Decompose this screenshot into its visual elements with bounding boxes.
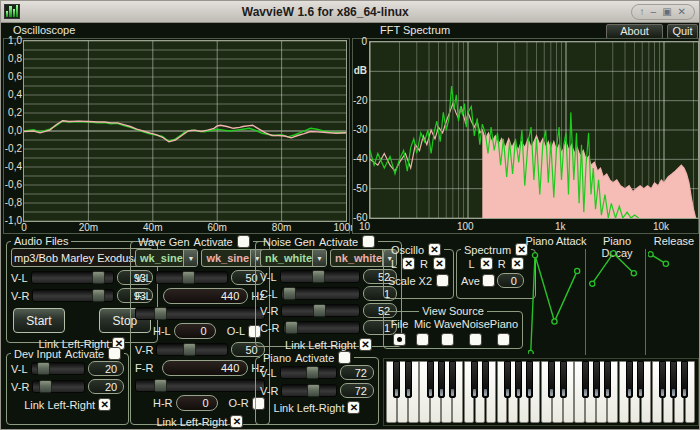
- wave-vr-slider[interactable]: [156, 343, 227, 356]
- vl-label: V-L: [260, 271, 277, 283]
- activate-label: Activate: [194, 236, 233, 248]
- axis-tick: 100: [457, 221, 481, 232]
- about-button[interactable]: About: [606, 24, 663, 39]
- piano-vl-slider[interactable]: [280, 366, 337, 379]
- start-button[interactable]: Start: [13, 308, 65, 333]
- quit-button[interactable]: Quit: [667, 24, 698, 39]
- source-piano-radio[interactable]: [497, 333, 510, 346]
- spectrum-r-checkbox[interactable]: [511, 257, 524, 270]
- piano-key-black[interactable]: [582, 361, 589, 398]
- source-file-radio[interactable]: [393, 333, 406, 346]
- shade-icon[interactable]: ↑: [640, 7, 645, 17]
- piano-key-black[interactable]: [526, 361, 533, 398]
- piano-key-black[interactable]: [637, 361, 644, 398]
- piano-key-black[interactable]: [626, 361, 633, 398]
- piano-link-checkbox[interactable]: [347, 401, 360, 414]
- ave-checkbox[interactable]: [482, 274, 495, 287]
- piano-key-black[interactable]: [504, 361, 511, 398]
- fr-label: F-R: [135, 362, 153, 374]
- noise-type-left-value: nk_white: [261, 250, 312, 266]
- ave-value[interactable]: 0: [497, 273, 524, 288]
- maximize-icon[interactable]: ▣: [662, 7, 671, 17]
- piano-vr-value: 72: [340, 383, 374, 398]
- freq-left-field[interactable]: 440: [163, 288, 249, 304]
- oscillo-enable-checkbox[interactable]: [428, 243, 441, 256]
- or-label: O-R: [229, 397, 249, 409]
- noise-cr-slider[interactable]: [283, 321, 361, 334]
- piano-key-black[interactable]: [548, 361, 555, 398]
- axis-tick: 1,0: [4, 35, 22, 46]
- noise-gen-activate-checkbox[interactable]: [362, 235, 375, 248]
- audio-vr-slider[interactable]: [32, 289, 114, 302]
- close-icon[interactable]: ✕: [678, 7, 686, 17]
- dev-input-activate-checkbox[interactable]: [108, 347, 121, 360]
- audio-files-title: Audio Files: [14, 235, 68, 247]
- source-piano-label: Piano: [490, 318, 518, 330]
- wave-gen-activate-checkbox[interactable]: [237, 235, 250, 248]
- piano-key-black[interactable]: [593, 361, 600, 398]
- wave-type-left-select[interactable]: wk_sine ▼: [135, 249, 198, 267]
- dev-link-checkbox[interactable]: [98, 398, 111, 411]
- piano-key-black[interactable]: [438, 361, 445, 398]
- spectrum-l-checkbox[interactable]: [480, 257, 493, 270]
- vr-label: V-R: [260, 305, 278, 317]
- vl-label: V-L: [11, 363, 28, 375]
- harm-left-field[interactable]: 0: [174, 323, 216, 339]
- vl-label: V-L: [135, 272, 152, 284]
- wave-link-checkbox[interactable]: [230, 415, 243, 428]
- freq-left-slider[interactable]: [135, 307, 265, 320]
- release-label: Release: [649, 235, 699, 247]
- oscillo-l-checkbox[interactable]: [402, 257, 415, 270]
- release-chart[interactable]: [648, 249, 699, 354]
- piano-key-black[interactable]: [515, 361, 522, 398]
- noise-vr-slider[interactable]: [281, 304, 360, 317]
- piano-key-black[interactable]: [449, 361, 456, 398]
- piano-key-black[interactable]: [670, 361, 677, 398]
- link-label: Link Left-Right: [24, 399, 95, 411]
- chevron-down-icon[interactable]: ▼: [312, 250, 326, 266]
- piano-title: Piano: [263, 352, 291, 364]
- source-wave-label: Wave: [434, 318, 462, 330]
- noise-cl-slider[interactable]: [281, 287, 360, 300]
- piano-key-black[interactable]: [482, 361, 489, 398]
- dev-vl-slider[interactable]: [31, 362, 86, 375]
- oscillo-panel: Oscillo L R Scale X2: [383, 243, 454, 299]
- audio-vl-slider[interactable]: [31, 271, 114, 284]
- wave-vl-slider[interactable]: [155, 271, 228, 284]
- piano-activate-checkbox[interactable]: [338, 351, 351, 364]
- piano-key-black[interactable]: [604, 361, 611, 398]
- axis-tick: 0,6: [4, 71, 22, 82]
- axis-tick: 0,8: [4, 53, 22, 64]
- noise-vl-slider[interactable]: [280, 270, 361, 283]
- axis-tick: 20m: [74, 222, 102, 233]
- piano-attack-chart[interactable]: [528, 249, 582, 354]
- harm-right-field[interactable]: 0: [176, 395, 218, 411]
- app-window: WavvieW 1.6 for x86_64-linux ↑ – ▣ ✕ Osc…: [0, 0, 700, 430]
- piano-key-black[interactable]: [405, 361, 412, 398]
- piano-key-black[interactable]: [393, 361, 400, 398]
- piano-key-black[interactable]: [560, 361, 567, 398]
- source-wave-radio[interactable]: [441, 333, 454, 346]
- scale-x2-checkbox[interactable]: [436, 274, 449, 287]
- noise-link-checkbox[interactable]: [359, 338, 372, 351]
- piano-key-black[interactable]: [681, 361, 688, 398]
- minimize-icon[interactable]: –: [651, 7, 657, 17]
- piano-key-black[interactable]: [427, 361, 434, 398]
- source-noise-radio[interactable]: [469, 333, 482, 346]
- cr-label: C-R: [260, 322, 280, 334]
- freq-right-field[interactable]: 440: [162, 360, 248, 376]
- noise-type-left-select[interactable]: nk_white ▼: [260, 249, 327, 267]
- piano-vr-slider[interactable]: [281, 384, 337, 397]
- oscillo-r-checkbox[interactable]: [433, 257, 446, 270]
- piano-decay-chart[interactable]: [589, 249, 643, 354]
- freq-right-slider[interactable]: [135, 379, 265, 392]
- axis-tick: -30: [353, 124, 367, 135]
- piano-key-black[interactable]: [471, 361, 478, 398]
- dev-vr-slider[interactable]: [32, 380, 85, 393]
- piano-key-black[interactable]: [659, 361, 666, 398]
- dev-input-title: Dev Input: [14, 348, 61, 360]
- source-mic-radio[interactable]: [416, 333, 429, 346]
- wave-type-left-value: wk_sine: [136, 250, 183, 266]
- dev-input-panel: Dev Input Activate V-L 20 V-R 20 Link Le…: [6, 347, 129, 425]
- chevron-down-icon[interactable]: ▼: [183, 250, 197, 266]
